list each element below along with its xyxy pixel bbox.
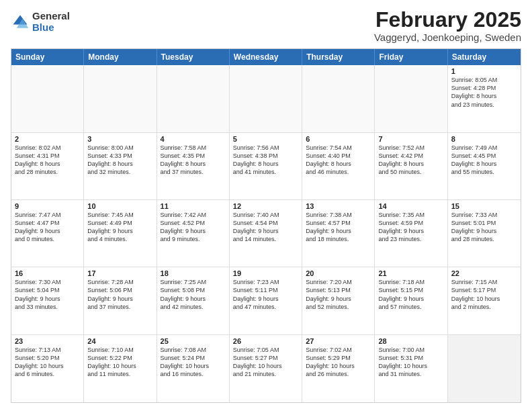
day-number: 7 xyxy=(378,135,443,143)
calendar-cell: 27Sunrise: 7:02 AM Sunset: 5:29 PM Dayli… xyxy=(302,335,375,402)
calendar-cell: 18Sunrise: 7:25 AM Sunset: 5:08 PM Dayli… xyxy=(157,267,230,334)
calendar-body: 1Sunrise: 8:05 AM Sunset: 4:28 PM Daylig… xyxy=(11,65,521,402)
calendar-cell: 19Sunrise: 7:23 AM Sunset: 5:11 PM Dayli… xyxy=(230,267,302,334)
calendar-cell xyxy=(302,65,375,132)
header: General Blue February 2025 Vaggeryd, Joe… xyxy=(11,8,521,43)
calendar-cell: 10Sunrise: 7:45 AM Sunset: 4:49 PM Dayli… xyxy=(84,200,157,267)
calendar-cell: 13Sunrise: 7:38 AM Sunset: 4:57 PM Dayli… xyxy=(302,200,375,267)
calendar-cell: 7Sunrise: 7:52 AM Sunset: 4:42 PM Daylig… xyxy=(375,133,447,199)
weekday-header: Thursday xyxy=(302,49,375,65)
day-number: 27 xyxy=(306,337,371,345)
day-number: 12 xyxy=(233,202,298,210)
day-detail: Sunrise: 7:02 AM Sunset: 5:29 PM Dayligh… xyxy=(306,346,371,379)
weekday-header: Tuesday xyxy=(157,49,230,65)
calendar-cell: 16Sunrise: 7:30 AM Sunset: 5:04 PM Dayli… xyxy=(11,267,84,334)
day-number: 22 xyxy=(451,269,517,277)
calendar-cell: 9Sunrise: 7:47 AM Sunset: 4:47 PM Daylig… xyxy=(11,200,84,267)
calendar-cell xyxy=(84,65,157,132)
day-number: 11 xyxy=(161,202,226,210)
calendar-header: SundayMondayTuesdayWednesdayThursdayFrid… xyxy=(11,49,521,65)
calendar-row: 16Sunrise: 7:30 AM Sunset: 5:04 PM Dayli… xyxy=(11,267,521,334)
day-number: 25 xyxy=(161,337,226,345)
day-detail: Sunrise: 7:28 AM Sunset: 5:06 PM Dayligh… xyxy=(87,278,152,311)
day-number: 3 xyxy=(87,135,152,143)
day-number: 4 xyxy=(161,135,226,143)
calendar-row: 2Sunrise: 8:02 AM Sunset: 4:31 PM Daylig… xyxy=(11,133,521,200)
day-detail: Sunrise: 7:08 AM Sunset: 5:24 PM Dayligh… xyxy=(161,346,226,379)
calendar-cell: 12Sunrise: 7:40 AM Sunset: 4:54 PM Dayli… xyxy=(230,200,302,267)
calendar-cell: 17Sunrise: 7:28 AM Sunset: 5:06 PM Dayli… xyxy=(84,267,157,334)
day-number: 10 xyxy=(87,202,152,210)
weekday-header: Sunday xyxy=(11,49,84,65)
day-number: 15 xyxy=(451,202,517,210)
day-detail: Sunrise: 7:42 AM Sunset: 4:52 PM Dayligh… xyxy=(161,211,226,244)
day-number: 28 xyxy=(378,337,443,345)
day-detail: Sunrise: 7:40 AM Sunset: 4:54 PM Dayligh… xyxy=(233,211,298,244)
day-detail: Sunrise: 7:52 AM Sunset: 4:42 PM Dayligh… xyxy=(378,144,443,177)
calendar-cell: 25Sunrise: 7:08 AM Sunset: 5:24 PM Dayli… xyxy=(157,335,230,402)
title-block: February 2025 Vaggeryd, Joenkoeping, Swe… xyxy=(374,8,521,43)
calendar-cell: 20Sunrise: 7:20 AM Sunset: 5:13 PM Dayli… xyxy=(302,267,375,334)
day-detail: Sunrise: 8:05 AM Sunset: 4:28 PM Dayligh… xyxy=(451,76,517,109)
calendar-cell: 23Sunrise: 7:13 AM Sunset: 5:20 PM Dayli… xyxy=(11,335,84,402)
day-number: 21 xyxy=(378,269,443,277)
day-detail: Sunrise: 7:20 AM Sunset: 5:13 PM Dayligh… xyxy=(306,278,371,311)
day-number: 13 xyxy=(306,202,371,210)
logo-general-text: General xyxy=(32,11,70,22)
day-number: 24 xyxy=(87,337,152,345)
day-detail: Sunrise: 7:13 AM Sunset: 5:20 PM Dayligh… xyxy=(15,346,80,379)
calendar-cell: 24Sunrise: 7:10 AM Sunset: 5:22 PM Dayli… xyxy=(84,335,157,402)
calendar-cell: 11Sunrise: 7:42 AM Sunset: 4:52 PM Dayli… xyxy=(157,200,230,267)
weekday-header: Monday xyxy=(84,49,157,65)
day-detail: Sunrise: 7:49 AM Sunset: 4:45 PM Dayligh… xyxy=(451,144,517,177)
day-detail: Sunrise: 8:02 AM Sunset: 4:31 PM Dayligh… xyxy=(15,144,80,177)
weekday-header: Friday xyxy=(375,49,447,65)
calendar-cell: 6Sunrise: 7:54 AM Sunset: 4:40 PM Daylig… xyxy=(302,133,375,199)
weekday-header: Wednesday xyxy=(230,49,302,65)
day-detail: Sunrise: 7:56 AM Sunset: 4:38 PM Dayligh… xyxy=(233,144,298,177)
calendar-cell: 2Sunrise: 8:02 AM Sunset: 4:31 PM Daylig… xyxy=(11,133,84,199)
day-number: 2 xyxy=(15,135,80,143)
day-number: 20 xyxy=(306,269,371,277)
page: General Blue February 2025 Vaggeryd, Joe… xyxy=(0,0,532,411)
day-detail: Sunrise: 7:10 AM Sunset: 5:22 PM Dayligh… xyxy=(87,346,152,379)
calendar-cell: 8Sunrise: 7:49 AM Sunset: 4:45 PM Daylig… xyxy=(448,133,521,199)
day-detail: Sunrise: 7:05 AM Sunset: 5:27 PM Dayligh… xyxy=(233,346,298,379)
day-detail: Sunrise: 8:00 AM Sunset: 4:33 PM Dayligh… xyxy=(87,144,152,177)
day-number: 23 xyxy=(15,337,80,345)
day-number: 6 xyxy=(306,135,371,143)
calendar-cell: 14Sunrise: 7:35 AM Sunset: 4:59 PM Dayli… xyxy=(375,200,447,267)
day-number: 19 xyxy=(233,269,298,277)
calendar-cell: 3Sunrise: 8:00 AM Sunset: 4:33 PM Daylig… xyxy=(84,133,157,199)
calendar-row: 1Sunrise: 8:05 AM Sunset: 4:28 PM Daylig… xyxy=(11,65,521,132)
calendar-cell xyxy=(375,65,447,132)
day-detail: Sunrise: 7:23 AM Sunset: 5:11 PM Dayligh… xyxy=(233,278,298,311)
calendar-cell xyxy=(448,335,521,402)
calendar-cell: 21Sunrise: 7:18 AM Sunset: 5:15 PM Dayli… xyxy=(375,267,447,334)
day-detail: Sunrise: 7:30 AM Sunset: 5:04 PM Dayligh… xyxy=(15,278,80,311)
day-number: 16 xyxy=(15,269,80,277)
calendar-cell: 22Sunrise: 7:15 AM Sunset: 5:17 PM Dayli… xyxy=(448,267,521,334)
logo-blue-text: Blue xyxy=(32,22,70,34)
day-number: 26 xyxy=(233,337,298,345)
day-detail: Sunrise: 7:15 AM Sunset: 5:17 PM Dayligh… xyxy=(451,278,517,311)
day-number: 14 xyxy=(378,202,443,210)
main-title: February 2025 xyxy=(374,8,521,32)
day-detail: Sunrise: 7:45 AM Sunset: 4:49 PM Dayligh… xyxy=(87,211,152,244)
logo: General Blue xyxy=(11,11,70,33)
calendar-cell: 15Sunrise: 7:33 AM Sunset: 5:01 PM Dayli… xyxy=(448,200,521,267)
logo-icon xyxy=(11,13,30,32)
day-number: 1 xyxy=(451,67,517,75)
day-detail: Sunrise: 7:25 AM Sunset: 5:08 PM Dayligh… xyxy=(161,278,226,311)
calendar-cell xyxy=(230,65,302,132)
day-detail: Sunrise: 7:00 AM Sunset: 5:31 PM Dayligh… xyxy=(378,346,443,379)
day-number: 17 xyxy=(87,269,152,277)
calendar-cell: 26Sunrise: 7:05 AM Sunset: 5:27 PM Dayli… xyxy=(230,335,302,402)
calendar-cell xyxy=(157,65,230,132)
day-detail: Sunrise: 7:18 AM Sunset: 5:15 PM Dayligh… xyxy=(378,278,443,311)
day-detail: Sunrise: 7:35 AM Sunset: 4:59 PM Dayligh… xyxy=(378,211,443,244)
weekday-header: Saturday xyxy=(448,49,521,65)
calendar-cell xyxy=(11,65,84,132)
day-detail: Sunrise: 7:54 AM Sunset: 4:40 PM Dayligh… xyxy=(306,144,371,177)
calendar-cell: 28Sunrise: 7:00 AM Sunset: 5:31 PM Dayli… xyxy=(375,335,447,402)
